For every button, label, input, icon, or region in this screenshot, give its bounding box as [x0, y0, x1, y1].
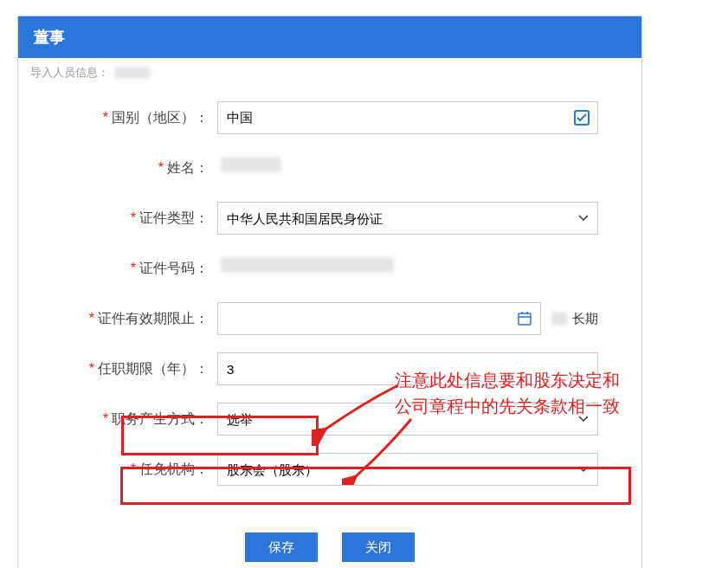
- label-country: 国别（地区）：: [112, 110, 209, 125]
- input-idexpiry[interactable]: [217, 302, 541, 335]
- label-method: 职务产生方式：: [112, 411, 209, 426]
- label-idno: 证件号码：: [139, 261, 209, 275]
- form-area: *国别（地区）： *姓名： *证件类型： 中华人民共和国居民身份证: [18, 81, 641, 520]
- row-idno: *证件号码：: [61, 252, 598, 285]
- label-idtype: 证件类型：: [139, 210, 209, 225]
- row-name: *姓名：: [61, 152, 598, 184]
- input-country[interactable]: [217, 101, 598, 134]
- select-appointby[interactable]: 股东会（股东）: [217, 453, 598, 486]
- label-idexpiry: 证件有效期限止：: [98, 311, 209, 326]
- label-term: 任职期限（年）：: [98, 361, 209, 376]
- redacted-chip: [221, 257, 394, 273]
- label-appointby: 任免机构：: [139, 462, 209, 476]
- value-idno: [217, 252, 598, 285]
- import-info-label: 导入人员信息：: [30, 65, 109, 81]
- close-button[interactable]: 关闭: [342, 532, 415, 562]
- long-term-label: 长期: [572, 311, 598, 327]
- value-name: [217, 152, 598, 184]
- row-idexpiry: *证件有效期限止： 长期: [61, 302, 598, 335]
- row-idtype: *证件类型： 中华人民共和国居民身份证: [61, 202, 598, 235]
- long-term-option[interactable]: 长期: [551, 311, 598, 327]
- modal-title: 董事: [18, 16, 641, 58]
- select-idtype[interactable]: 中华人民共和国居民身份证: [217, 202, 598, 235]
- save-button[interactable]: 保存: [245, 532, 318, 562]
- import-info-line: 导入人员信息：: [18, 58, 641, 81]
- row-country: *国别（地区）：: [61, 101, 598, 134]
- row-appointby: *任免机构： 股东会（股东）: [61, 453, 598, 486]
- redacted-chip: [551, 312, 567, 326]
- annotation-text: 注意此处信息要和股东决定和 公司章程中的先关条款相一致: [395, 367, 620, 419]
- redacted-chip: [114, 67, 151, 79]
- director-modal: 董事 导入人员信息： *国别（地区）： *姓名：: [17, 16, 642, 568]
- modal-footer: 保存 关闭: [18, 520, 641, 568]
- redacted-chip: [221, 157, 281, 172]
- label-name: 姓名：: [167, 160, 209, 175]
